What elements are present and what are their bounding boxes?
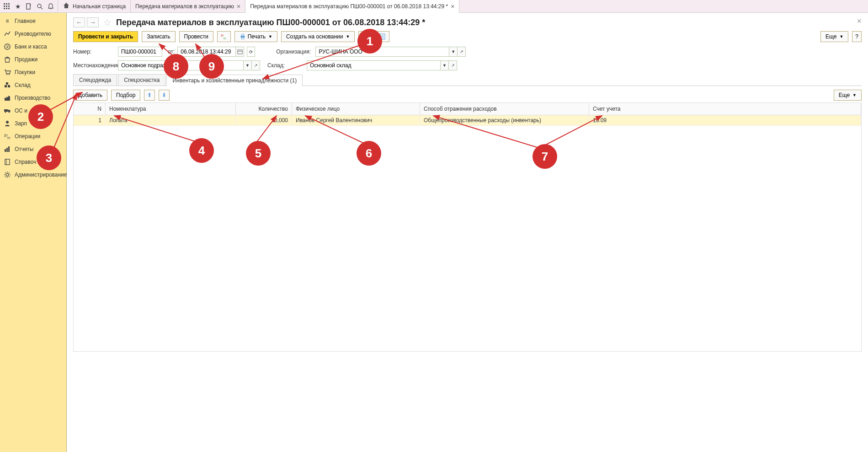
svg-rect-28 <box>6 148 8 152</box>
svg-rect-8 <box>8 8 10 9</box>
subtab-tooling[interactable]: Спецоснастка <box>118 74 165 86</box>
svg-rect-29 <box>8 146 10 152</box>
col-account[interactable]: Счет учета <box>589 103 861 115</box>
apps-icon[interactable] <box>2 1 12 11</box>
back-button[interactable]: ← <box>73 17 85 27</box>
svg-text:Дт: Дт <box>221 34 224 37</box>
bell-icon[interactable] <box>46 1 56 11</box>
col-n[interactable]: N <box>74 103 106 115</box>
svg-rect-7 <box>6 8 7 9</box>
sidebar-item-main[interactable]: ≡Главное <box>0 15 66 27</box>
close-button[interactable]: × <box>857 16 862 26</box>
home-icon <box>63 2 70 11</box>
subtab-clothing[interactable]: Спецодежда <box>73 74 117 86</box>
location-label: Местонахождение: <box>73 62 115 69</box>
post-button[interactable]: Провести <box>179 31 213 42</box>
table-toolbar: Добавить Подбор ⬆ ⬇ Еще▼ <box>73 90 862 101</box>
col-quantity[interactable]: Количество <box>236 103 292 115</box>
forward-button[interactable]: → <box>87 17 99 27</box>
svg-rect-0 <box>4 3 5 5</box>
svg-rect-30 <box>5 159 10 165</box>
svg-rect-20 <box>6 82 8 85</box>
print-button[interactable]: Печать▼ <box>234 31 277 42</box>
tab-materials-2[interactable]: Передача материалов в эксплуатацию ПШ00-… <box>245 0 459 13</box>
svg-rect-36 <box>241 34 244 36</box>
gear-icon <box>4 171 11 178</box>
cell-expense[interactable]: Общепроизводственные расходы (инвентарь) <box>420 115 589 125</box>
svg-point-32 <box>6 173 9 176</box>
more-button[interactable]: Еще▼ <box>820 31 848 42</box>
org-field[interactable] <box>315 47 449 57</box>
cell-person[interactable]: Иванов Сергей Валентинович <box>292 115 420 125</box>
annotation-1: 1 <box>357 29 382 54</box>
cell-quantity[interactable]: 10,000 <box>236 115 292 125</box>
sidebar-item-production[interactable]: Производство <box>0 91 66 104</box>
sidebar-item-warehouse[interactable]: Склад <box>0 79 66 91</box>
sidebar-item-sales[interactable]: Продажи <box>0 53 66 66</box>
cell-n[interactable]: 1 <box>74 115 106 125</box>
svg-text:Кт: Кт <box>224 37 226 40</box>
open-icon[interactable]: ↗ <box>449 60 457 70</box>
table-more-button[interactable]: Еще▼ <box>834 90 862 101</box>
dt-kt-button[interactable]: ДтКт <box>217 31 231 42</box>
doc-header: ← → ☆ Передача материалов в эксплуатацию… <box>73 17 862 27</box>
close-icon[interactable]: × <box>237 3 240 10</box>
search-icon[interactable] <box>35 1 45 11</box>
tab-materials-1[interactable]: Передача материалов в эксплуатацию × <box>131 0 245 13</box>
sidebar-item-operations[interactable]: ДтКтОперации <box>0 130 66 143</box>
svg-rect-9 <box>27 4 30 9</box>
menu-icon: ≡ <box>4 17 11 25</box>
svg-rect-1 <box>6 3 7 5</box>
cell-account[interactable]: 10.09 <box>589 115 861 125</box>
sidebar-label: Покупки <box>15 69 35 75</box>
tab-home[interactable]: Начальная страница <box>58 0 131 13</box>
save-button[interactable]: Записать <box>142 31 175 42</box>
annotation-4: 4 <box>189 138 214 163</box>
main-area: ← → ☆ Передача материалов в эксплуатацию… <box>67 13 868 452</box>
sidebar-item-manager[interactable]: Руководителю <box>0 27 66 40</box>
subtab-inventory[interactable]: Инвентарь и хозяйственные принадлежности… <box>166 75 303 86</box>
date-extra-button[interactable]: ⟳ <box>247 47 255 57</box>
warehouse-label: Склад: <box>267 62 304 69</box>
sidebar-label: Продажи <box>15 56 37 63</box>
boxes-icon <box>4 81 11 89</box>
chevron-down-icon[interactable]: ▼ <box>244 60 252 70</box>
annotation-3: 3 <box>37 145 61 170</box>
create-based-button[interactable]: Создать на основании▼ <box>281 31 355 42</box>
help-button[interactable]: ? <box>852 31 862 42</box>
sidebar-item-purchases[interactable]: Покупки <box>0 66 66 79</box>
move-down-button[interactable]: ⬇ <box>159 90 170 101</box>
select-button[interactable]: Подбор <box>111 90 140 101</box>
close-icon[interactable]: × <box>451 3 454 10</box>
table-row[interactable]: 1 Лопата 10,000 Иванов Сергей Валентинов… <box>74 115 861 126</box>
annotation-9: 9 <box>199 54 224 79</box>
tab-label: Передача материалов в эксплуатацию <box>135 3 234 10</box>
warehouse-field[interactable] <box>307 60 441 70</box>
open-icon[interactable]: ↗ <box>252 60 260 70</box>
col-person[interactable]: Физическое лицо <box>292 103 420 115</box>
add-row-button[interactable]: Добавить <box>73 90 107 101</box>
move-up-button[interactable]: ⬆ <box>144 90 155 101</box>
col-expense[interactable]: Способ отражения расходов <box>420 103 589 115</box>
post-and-close-button[interactable]: Провести и закрыть <box>73 31 138 42</box>
sidebar-item-bank[interactable]: ₽Банк и касса <box>0 40 66 53</box>
create-based-label: Создать на основании <box>286 33 343 40</box>
history-icon[interactable] <box>24 1 34 11</box>
chevron-down-icon[interactable]: ▼ <box>441 60 449 70</box>
open-icon[interactable]: ↗ <box>458 47 466 57</box>
cell-nomenclature[interactable]: Лопата <box>106 115 236 125</box>
calendar-icon[interactable] <box>236 47 244 57</box>
star-icon[interactable]: ★ <box>13 1 23 11</box>
chevron-down-icon[interactable]: ▼ <box>449 47 458 57</box>
factory-icon <box>4 94 11 102</box>
number-field[interactable] <box>118 47 162 57</box>
sidebar-label: Руководителю <box>15 31 51 37</box>
favorite-toggle[interactable]: ☆ <box>102 17 112 27</box>
col-nomenclature[interactable]: Номенклатура <box>106 103 236 115</box>
grid-header: N Номенклатура Количество Физическое лиц… <box>74 103 861 115</box>
sidebar-item-admin[interactable]: Администрирование <box>0 168 66 181</box>
tab-label: Передача материалов в эксплуатацию ПШ00-… <box>250 3 448 10</box>
annotation-2: 2 <box>28 104 53 129</box>
sidebar: ≡Главное Руководителю ₽Банк и касса Прод… <box>0 13 67 452</box>
tab-home-label: Начальная страница <box>73 3 126 10</box>
